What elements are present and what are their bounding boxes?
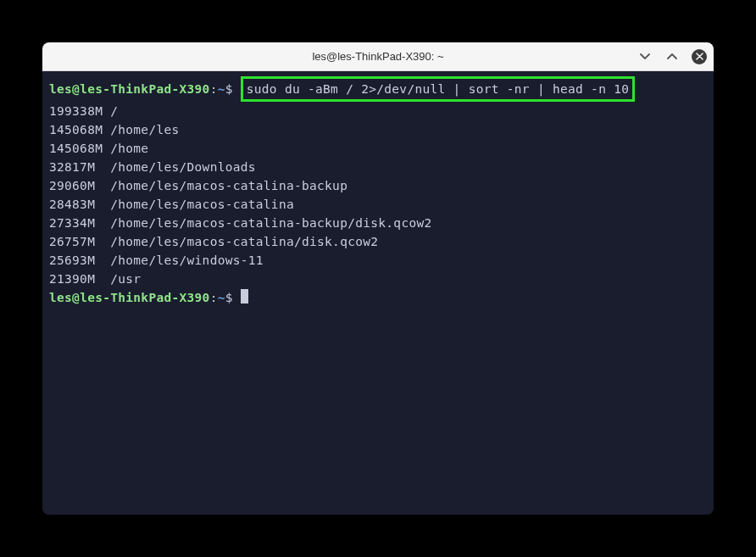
path-value: /home/les/Downloads bbox=[110, 160, 256, 174]
path-value: /home/les/macos-catalina-backup bbox=[110, 179, 347, 192]
prompt-path: ~ bbox=[218, 82, 225, 96]
size-value: 199338M bbox=[49, 104, 110, 118]
size-value: 27334M bbox=[49, 216, 110, 230]
size-value: 28483M bbox=[49, 198, 110, 211]
chevron-down-icon bbox=[639, 51, 651, 63]
size-value: 29060M bbox=[49, 179, 110, 192]
output-row: 21390M /usr bbox=[49, 270, 707, 288]
size-value: 26757M bbox=[49, 235, 110, 248]
prompt-line-2: les@les-ThinkPad-X390:~$ bbox=[49, 288, 707, 307]
size-value: 21390M bbox=[49, 272, 110, 286]
output-row: 26757M /home/les/macos-catalina/disk.qco… bbox=[49, 232, 707, 251]
output-row: 25693M /home/les/windows-11 bbox=[49, 251, 707, 270]
chevron-up-icon bbox=[666, 51, 678, 63]
minimize-button[interactable] bbox=[637, 49, 653, 64]
terminal-body[interactable]: les@les-ThinkPad-X390:~$ sudo du -aBm / … bbox=[42, 71, 714, 515]
path-value: / bbox=[110, 104, 118, 118]
close-icon bbox=[696, 53, 703, 60]
output-block: 199338M /145068M /home/les145068M /home3… bbox=[49, 102, 707, 288]
prompt-colon: : bbox=[210, 291, 218, 304]
output-row: 32817M /home/les/Downloads bbox=[49, 158, 707, 176]
path-value: /home/les bbox=[110, 123, 179, 136]
window-controls bbox=[637, 42, 707, 70]
output-row: 27334M /home/les/macos-catalina-backup/d… bbox=[49, 214, 707, 232]
size-value: 32817M bbox=[49, 160, 110, 174]
path-value: /usr bbox=[110, 272, 141, 286]
prompt-user: les bbox=[49, 291, 72, 304]
size-value: 145068M bbox=[49, 123, 110, 136]
prompt-at: @ bbox=[72, 291, 80, 304]
maximize-button[interactable] bbox=[664, 49, 680, 64]
size-value: 25693M bbox=[49, 253, 110, 267]
path-value: /home/les/macos-catalina-backup/disk.qco… bbox=[110, 216, 431, 230]
output-row: 199338M / bbox=[49, 102, 707, 120]
path-value: /home/les/windows-11 bbox=[110, 253, 264, 267]
output-row: 145068M /home bbox=[49, 139, 707, 158]
window-title: les@les-ThinkPad-X390: ~ bbox=[312, 50, 443, 63]
command-highlighted: sudo du -aBm / 2>/dev/null | sort -nr | … bbox=[241, 76, 636, 102]
path-value: /home/les/macos-catalina bbox=[110, 198, 294, 211]
prompt-host: les-ThinkPad-X390 bbox=[80, 82, 210, 96]
size-value: 145068M bbox=[49, 142, 110, 155]
output-row: 28483M /home/les/macos-catalina bbox=[49, 195, 707, 214]
path-value: /home bbox=[110, 142, 148, 155]
prompt-user: les bbox=[49, 82, 72, 96]
output-row: 29060M /home/les/macos-catalina-backup bbox=[49, 176, 707, 195]
prompt-line-1: les@les-ThinkPad-X390:~$ sudo du -aBm / … bbox=[49, 76, 707, 102]
prompt-at: @ bbox=[72, 82, 80, 96]
close-button[interactable] bbox=[692, 49, 707, 64]
prompt-symbol: $ bbox=[225, 82, 233, 96]
prompt-host: les-ThinkPad-X390 bbox=[80, 291, 210, 304]
path-value: /home/les/macos-catalina/disk.qcow2 bbox=[110, 235, 378, 248]
cursor bbox=[241, 289, 248, 304]
terminal-window: les@les-ThinkPad-X390: ~ les@les-ThinkPa… bbox=[42, 42, 714, 515]
titlebar: les@les-ThinkPad-X390: ~ bbox=[42, 42, 714, 71]
prompt-path: ~ bbox=[218, 291, 225, 304]
output-row: 145068M /home/les bbox=[49, 120, 707, 139]
prompt-colon: : bbox=[210, 82, 218, 96]
prompt-symbol: $ bbox=[225, 291, 233, 304]
